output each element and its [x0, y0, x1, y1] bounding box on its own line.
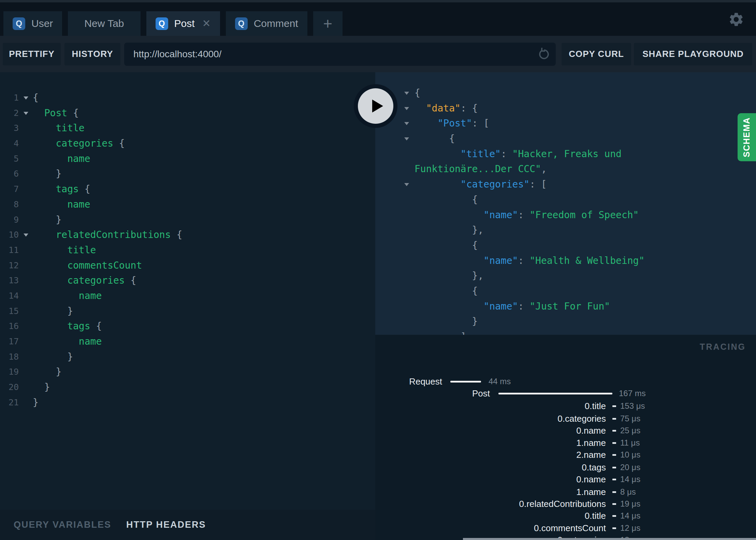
response-line: { — [375, 192, 756, 208]
window-top-edge — [0, 0, 756, 2]
code-token: name — [33, 197, 90, 212]
line-number: 17 — [0, 334, 19, 349]
code-token: } — [33, 304, 73, 319]
trace-row: 2.name10 μs — [375, 449, 756, 461]
fold-gutter — [19, 166, 33, 182]
collapse-arrow-icon[interactable] — [404, 137, 409, 140]
collapse-arrow-icon[interactable] — [404, 183, 409, 186]
schema-side-tab[interactable]: SCHEMA — [738, 113, 756, 161]
trace-duration-tick — [612, 527, 616, 529]
tab-comment[interactable]: QComment — [226, 11, 307, 36]
code-line: 16 tags { — [0, 319, 375, 334]
fold-gutter — [19, 243, 33, 258]
collapse-arrow-icon[interactable] — [404, 92, 409, 95]
reload-icon[interactable] — [537, 48, 550, 61]
query-editor[interactable]: 1{2 Post {3 title4 categories {5 name6 }… — [0, 72, 375, 510]
execute-query-button[interactable] — [354, 84, 397, 128]
trace-label: 0.relatedContributions — [519, 498, 606, 510]
line-number: 5 — [0, 151, 19, 167]
code-token: { — [67, 106, 79, 121]
fold-gutter — [19, 364, 33, 380]
code-token: categories — [33, 136, 113, 151]
code-token: } — [33, 166, 61, 182]
collapse-arrow-icon[interactable] — [404, 122, 409, 125]
line-number: 9 — [0, 212, 19, 228]
code-token: { — [125, 273, 136, 288]
line-number: 7 — [0, 182, 19, 197]
trace-duration-tick — [612, 405, 616, 407]
fold-gutter — [19, 258, 33, 273]
line-number: 18 — [0, 349, 19, 365]
tab-bar: QUserNew TabQPost✕QComment+ — [0, 2, 756, 36]
settings-gear-icon[interactable] — [728, 11, 744, 29]
trace-duration-value: 20 μs — [620, 462, 640, 473]
json-token: "Hacker, Freaks und — [512, 148, 622, 160]
json-token: "Health & Wellbeing" — [529, 255, 644, 266]
trace-duration-bar — [450, 381, 481, 382]
tab-new-tab[interactable]: New Tab — [68, 11, 140, 36]
response-line: "name": "Just For Fun" — [375, 299, 756, 314]
code-line: 12 commentsCount — [0, 258, 375, 273]
close-tab-icon[interactable]: ✕ — [202, 18, 211, 29]
fold-gutter — [19, 395, 33, 410]
code-token: Post — [33, 106, 67, 121]
tracing-title: TRACING — [700, 342, 746, 352]
trace-duration-tick — [612, 442, 616, 444]
trace-label: Request — [409, 376, 442, 387]
code-token: title — [33, 121, 85, 136]
query-variables-tab[interactable]: QUERY VARIABLES — [14, 520, 111, 530]
tracing-panel: TRACING Request44 msPost167 ms0.title153… — [375, 335, 756, 540]
line-number: 13 — [0, 273, 19, 288]
copy-curl-button[interactable]: COPY CURL — [562, 43, 631, 65]
trace-duration-value: 8 μs — [620, 486, 636, 498]
add-tab-button[interactable]: + — [313, 11, 343, 36]
fold-arrow-icon[interactable] — [19, 90, 33, 106]
code-token: { — [113, 136, 125, 151]
code-line: 18 } — [0, 349, 375, 365]
line-number: 8 — [0, 197, 19, 212]
query-badge: Q — [13, 17, 25, 30]
history-button[interactable]: HISTORY — [64, 43, 120, 65]
json-token — [415, 103, 426, 114]
trace-row: 0.tags20 μs — [375, 462, 756, 473]
trace-duration-tick — [612, 503, 616, 505]
trace-duration-value: 44 ms — [489, 376, 511, 387]
code-token: name — [33, 151, 90, 167]
trace-label: 0.categories — [557, 413, 606, 424]
trace-duration-tick — [612, 467, 616, 468]
json-token: "Freedom of Speech" — [529, 209, 639, 221]
json-token: { — [415, 133, 455, 144]
code-token: tags — [33, 319, 90, 334]
line-number: 1 — [0, 90, 19, 106]
fold-gutter — [19, 349, 33, 365]
json-token: { — [415, 240, 478, 251]
tab-post[interactable]: QPost✕ — [146, 11, 220, 36]
trace-duration-value: 14 μs — [620, 474, 640, 485]
endpoint-url-input[interactable] — [133, 48, 534, 60]
fold-gutter — [19, 212, 33, 228]
fold-arrow-icon[interactable] — [19, 106, 33, 121]
code-token: categories — [33, 273, 125, 288]
trace-label: 0.name — [576, 474, 606, 485]
code-token: { — [171, 227, 183, 243]
json-token — [415, 209, 483, 221]
share-playground-button[interactable]: SHARE PLAYGROUND — [634, 43, 752, 65]
tracing-horizontal-scrollbar[interactable] — [463, 538, 756, 540]
code-line: 3 title — [0, 121, 375, 136]
trace-row: 0.name25 μs — [375, 425, 756, 436]
prettify-button[interactable]: PRETTIFY — [3, 43, 61, 65]
http-headers-tab[interactable]: HTTP HEADERS — [126, 520, 206, 530]
editor-footer-bar: QUERY VARIABLES HTTP HEADERS — [0, 510, 375, 540]
json-token: : [ — [529, 179, 547, 190]
collapse-arrow-icon[interactable] — [404, 107, 409, 110]
code-line: 17 name — [0, 334, 375, 349]
response-line: }, — [375, 223, 756, 238]
tab-label: Comment — [254, 18, 298, 29]
json-token: "Just For Fun" — [529, 301, 610, 312]
json-token: ] — [415, 331, 466, 335]
tab-user[interactable]: QUser — [3, 11, 62, 36]
code-line: 10 relatedContributions { — [0, 227, 375, 243]
fold-arrow-icon[interactable] — [19, 227, 33, 243]
response-line: "Post": [ — [375, 116, 756, 131]
trace-row: 1.name11 μs — [375, 437, 756, 449]
